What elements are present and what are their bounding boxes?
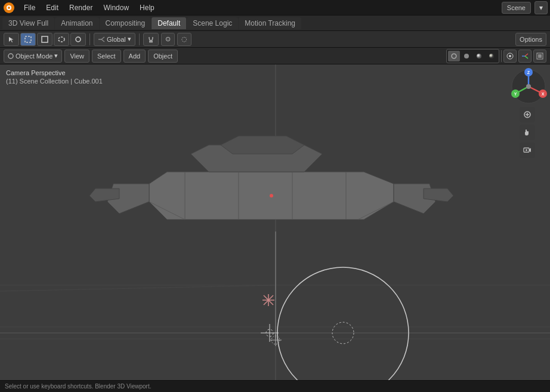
status-info: Select or use keyboard shortcuts. Blende… xyxy=(5,383,152,390)
svg-point-18 xyxy=(509,55,511,57)
cursor-tool[interactable] xyxy=(4,33,19,46)
workspace-tabs: 3D View Full Animation Compositing Defau… xyxy=(0,16,550,31)
view-menu[interactable]: View xyxy=(64,50,89,63)
svg-marker-33 xyxy=(221,136,304,154)
transform-orientation[interactable]: Global ▾ xyxy=(94,33,135,46)
gizmo-area: Z X Y xyxy=(509,67,545,158)
svg-line-19 xyxy=(525,54,528,56)
nav-icons xyxy=(520,107,535,158)
svg-point-74 xyxy=(526,149,527,151)
svg-point-2 xyxy=(8,7,10,9)
second-toolbar: Object Mode ▾ View Select Add Object xyxy=(0,48,550,64)
scene-canvas xyxy=(0,64,550,380)
object-menu[interactable]: Object xyxy=(148,50,178,63)
zoom-nav-btn[interactable] xyxy=(520,107,535,122)
svg-point-14 xyxy=(464,54,469,58)
menu-render[interactable]: Render xyxy=(64,2,97,13)
bottom-bar: Select or use keyboard shortcuts. Blende… xyxy=(0,380,550,392)
shading-wireframe[interactable] xyxy=(448,51,460,61)
svg-point-15 xyxy=(477,54,481,58)
tab-animation[interactable]: Animation xyxy=(55,17,98,29)
menu-edit[interactable]: Edit xyxy=(41,2,63,13)
tab-scenelogic[interactable]: Scene Logic xyxy=(187,17,238,29)
shading-solid[interactable] xyxy=(461,51,472,61)
svg-rect-3 xyxy=(25,36,31,42)
svg-point-5 xyxy=(58,37,64,42)
svg-point-16 xyxy=(489,54,494,58)
sep-shading xyxy=(501,50,502,62)
viewport-shading-group xyxy=(446,49,499,63)
global-label: Global xyxy=(107,36,126,43)
svg-point-13 xyxy=(452,54,456,58)
lasso-select-tool[interactable] xyxy=(54,33,69,46)
mode-selector[interactable]: Object Mode ▾ xyxy=(4,50,62,63)
box-select-tool[interactable] xyxy=(37,33,52,46)
select-menu[interactable]: Select xyxy=(92,50,121,63)
select-tool[interactable] xyxy=(20,33,36,46)
proportional-falloff[interactable]: ◌ xyxy=(177,33,191,46)
proportional-edit[interactable]: ⊙ xyxy=(161,33,175,46)
svg-line-7 xyxy=(101,37,104,39)
top-menu-bar: File Edit Render Window Help Scene ▾ xyxy=(0,0,550,16)
axis-gizmo[interactable]: Z X Y xyxy=(509,67,545,103)
collection-label: (11) Scene Collection | Cube.001 xyxy=(6,78,103,85)
svg-line-8 xyxy=(101,39,104,42)
blender-logo xyxy=(2,1,16,14)
camera-nav-btn[interactable] xyxy=(520,143,535,158)
options-button[interactable]: Options xyxy=(515,33,546,46)
menu-window[interactable]: Window xyxy=(98,2,134,13)
svg-point-44 xyxy=(270,194,273,197)
tab-compositing[interactable]: Compositing xyxy=(100,17,152,29)
tab-motiontracking[interactable]: Motion Tracking xyxy=(239,17,301,29)
snap-magnet[interactable] xyxy=(143,33,159,46)
sep1 xyxy=(89,33,90,45)
hand-nav-btn[interactable] xyxy=(520,125,535,140)
transform-controls xyxy=(4,33,86,46)
menu-file[interactable]: File xyxy=(19,2,40,13)
svg-text:X: X xyxy=(542,92,545,96)
svg-rect-23 xyxy=(538,54,542,58)
svg-text:Y: Y xyxy=(514,92,517,96)
add-menu[interactable]: Add xyxy=(123,50,146,63)
shading-rendered[interactable] xyxy=(486,51,498,61)
svg-point-6 xyxy=(76,37,81,42)
svg-rect-4 xyxy=(42,36,48,42)
camera-perspective-label: Camera Perspective xyxy=(6,69,103,76)
scene-menu-icon[interactable]: ▾ xyxy=(534,1,548,14)
camera-info: Camera Perspective (11) Scene Collection… xyxy=(6,69,103,85)
svg-line-20 xyxy=(525,56,528,58)
tab-3dviewfull[interactable]: 3D View Full xyxy=(2,17,54,29)
header-toolbar: Global ▾ ⊙ ◌ Options xyxy=(0,31,550,48)
viewport-overlay-btn[interactable] xyxy=(503,50,517,63)
gizmo-toggle-btn[interactable] xyxy=(518,50,532,63)
svg-point-68 xyxy=(526,84,531,89)
shading-material[interactable] xyxy=(473,51,485,61)
menu-help[interactable]: Help xyxy=(135,2,159,13)
svg-text:Z: Z xyxy=(527,70,530,75)
svg-point-12 xyxy=(8,54,13,58)
circle-select-tool[interactable] xyxy=(70,33,86,46)
tab-default[interactable]: Default xyxy=(152,17,186,29)
scene-name[interactable]: Scene xyxy=(502,2,531,14)
main-viewport[interactable]: Camera Perspective (11) Scene Collection… xyxy=(0,64,550,380)
sep2 xyxy=(139,33,140,45)
viewport-render-btn[interactable] xyxy=(533,50,546,63)
